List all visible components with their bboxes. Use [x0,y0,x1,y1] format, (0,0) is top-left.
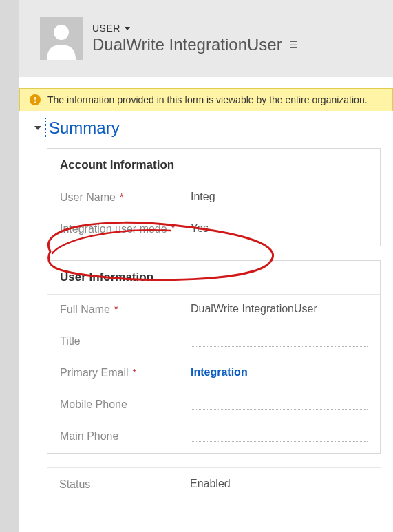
form-content: Summary Account Information User Name* I… [19,114,393,532]
entity-type-dropdown[interactable]: USER [92,23,298,34]
username-label: User Name* [60,191,191,205]
fullname-label: Full Name* [60,303,191,317]
required-asterisk-icon: * [171,222,175,235]
user-info-heading: User Information [47,261,380,295]
mobile-phone-label: Mobile Phone [60,398,191,412]
row-status: Status Enabled [47,467,381,502]
row-title: Title [47,326,380,358]
account-information-card: Account Information User Name* Integ Int… [47,148,381,246]
header-text-block: USER DualWrite IntegrationUser ☰ [92,23,298,54]
username-field[interactable]: Integ [191,191,368,203]
integration-mode-label-text: Integration user mode [60,222,167,237]
form-header: USER DualWrite IntegrationUser ☰ [19,0,393,77]
row-primary-email: Primary Email* Integration [47,358,380,390]
required-asterisk-icon: * [120,191,123,203]
account-info-heading: Account Information [47,149,380,182]
status-label: Status [59,478,190,492]
banner-message: The information provided in this form is… [47,94,368,105]
record-title: DualWrite IntegrationUser [92,35,282,54]
row-fullname: Full Name* DualWrite IntegrationUser [47,295,380,326]
left-gutter-strip [0,0,19,532]
empty-field-indicator [191,334,368,347]
empty-field-indicator [191,398,368,410]
required-asterisk-icon: * [114,303,118,315]
section-summary-toggle[interactable]: Summary [34,118,393,138]
row-mobile-phone: Mobile Phone [47,390,380,421]
required-asterisk-icon: * [133,366,136,379]
caret-down-icon [125,27,130,30]
status-value: Enabled [190,478,368,492]
warning-icon: ! [30,94,41,105]
mobile-phone-field[interactable] [191,398,368,410]
primary-email-label-text: Primary Email [60,366,129,381]
fullname-label-text: Full Name [60,303,110,317]
record-title-row: DualWrite IntegrationUser ☰ [92,35,298,54]
row-main-phone: Main Phone [47,421,380,453]
user-information-card: User Information Full Name* DualWrite In… [47,260,381,454]
entity-type-label: USER [92,23,120,34]
avatar-icon [40,17,83,60]
title-label: Title [60,334,191,349]
primary-email-field[interactable]: Integration [191,366,368,379]
section-title: Summary [45,118,123,138]
integration-mode-label: Integration user mode* [60,222,191,237]
row-integration-mode: Integration user mode* Yes [47,214,380,246]
row-username: User Name* Integ [47,182,380,214]
username-label-text: User Name [60,191,116,205]
visibility-banner: ! The information provided in this form … [19,88,393,111]
main-phone-field[interactable] [191,429,368,442]
title-field[interactable] [191,334,368,347]
fullname-field[interactable]: DualWrite IntegrationUser [191,303,368,315]
svg-point-0 [54,25,69,40]
list-icon[interactable]: ☰ [289,39,298,50]
empty-field-indicator [191,429,368,442]
integration-mode-field[interactable]: Yes [191,222,368,235]
main-phone-label: Main Phone [60,429,191,444]
collapse-arrow-icon [34,126,41,130]
primary-email-label: Primary Email* [60,366,191,381]
